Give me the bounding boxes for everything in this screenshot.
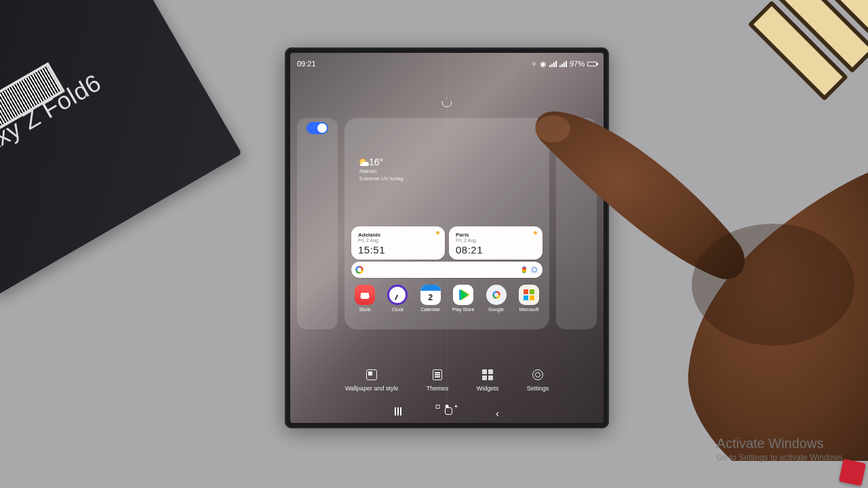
store-icon bbox=[355, 285, 375, 305]
svg-point-1 bbox=[692, 224, 854, 346]
clock2-city: Paris bbox=[456, 232, 536, 238]
home-editor-row: Wallpaper and style Themes Widgets Setti… bbox=[290, 369, 604, 392]
device-screen[interactable]: 09:21 ✧ ◉ 97% 16° Na bbox=[290, 53, 604, 423]
watermark-title: Activate Windows bbox=[717, 436, 845, 451]
home-page-thumb-main[interactable]: 16° Nairobi Extreme UV today Adelaide Fr… bbox=[344, 118, 549, 329]
watermark-sub: Go to Settings to activate Windows. bbox=[717, 453, 845, 462]
themes-icon bbox=[433, 369, 442, 380]
lens-icon[interactable] bbox=[530, 266, 538, 274]
signal-icon-1 bbox=[549, 61, 557, 67]
home-indicator-icon bbox=[442, 98, 452, 107]
app-google[interactable]: Google bbox=[483, 285, 510, 312]
clock1-city: Adelaide bbox=[358, 232, 438, 238]
wooden-clamp-prop bbox=[732, 0, 868, 136]
battery-text: 97% bbox=[570, 60, 585, 68]
channel-badge bbox=[839, 459, 866, 486]
world-clock-card-2[interactable]: Paris Fri, 2 Aug 08:21 bbox=[449, 226, 542, 260]
nav-home-button[interactable] bbox=[445, 407, 452, 415]
app-store[interactable]: Store bbox=[351, 285, 378, 312]
settings-button[interactable]: Settings bbox=[527, 369, 549, 392]
google-folder-icon bbox=[486, 285, 507, 305]
weather-temp: 16° bbox=[369, 156, 383, 168]
weather-widget[interactable]: 16° Nairobi Extreme UV today bbox=[359, 156, 403, 182]
play-store-icon bbox=[453, 285, 473, 305]
calendar-icon: 2 bbox=[420, 285, 441, 305]
widgets-icon bbox=[482, 369, 493, 380]
clock-icon bbox=[387, 285, 408, 305]
google-logo-icon bbox=[355, 266, 363, 274]
microsoft-folder-icon bbox=[519, 285, 539, 305]
wallpaper-icon bbox=[366, 369, 377, 380]
day-indicator-icon bbox=[534, 231, 537, 235]
weather-city: Nairobi bbox=[359, 168, 403, 175]
battery-icon bbox=[587, 62, 597, 66]
product-box-prop: Galaxy Z Fold6 bbox=[0, 0, 242, 296]
app-calendar[interactable]: 2 Calendar bbox=[417, 285, 444, 312]
vibrate-icon: ✧ bbox=[531, 60, 537, 68]
signal-icon-2 bbox=[559, 61, 567, 67]
clock2-time: 08:21 bbox=[456, 244, 536, 256]
app-microsoft[interactable]: Microsoft bbox=[515, 285, 542, 312]
status-bar: 09:21 ✧ ◉ 97% bbox=[297, 57, 597, 70]
wifi-icon: ◉ bbox=[540, 60, 547, 68]
clock2-date: Fri, 2 Aug bbox=[456, 238, 536, 243]
app-row: Store Clock 2 Calendar Play Store bbox=[351, 285, 542, 312]
wallpaper-and-style-button[interactable]: Wallpaper and style bbox=[345, 369, 399, 392]
home-page-thumb-left[interactable] bbox=[297, 118, 338, 329]
status-time: 09:21 bbox=[297, 60, 316, 68]
day-indicator-icon bbox=[436, 231, 439, 235]
nav-recents-button[interactable] bbox=[395, 407, 401, 419]
app-play-store[interactable]: Play Store bbox=[450, 285, 477, 312]
world-clock-card-1[interactable]: Adelaide Fri, 2 Aug 15:51 bbox=[351, 226, 445, 260]
google-search-bar[interactable] bbox=[351, 262, 542, 278]
widgets-button[interactable]: Widgets bbox=[477, 369, 499, 392]
settings-icon bbox=[532, 369, 543, 380]
app-clock[interactable]: Clock bbox=[384, 285, 411, 312]
nav-back-button[interactable]: ‹ bbox=[496, 407, 499, 419]
cover-mirroring-toggle[interactable] bbox=[307, 122, 328, 134]
windows-activation-watermark: Activate Windows Go to Settings to activ… bbox=[717, 436, 845, 462]
device-frame: 09:21 ✧ ◉ 97% 16° Na bbox=[285, 47, 609, 428]
weather-caption: Extreme UV today bbox=[359, 176, 403, 182]
themes-button[interactable]: Themes bbox=[427, 369, 449, 392]
clock1-date: Fri, 2 Aug bbox=[358, 238, 438, 243]
clock1-time: 15:51 bbox=[358, 244, 438, 256]
mic-icon[interactable] bbox=[522, 266, 526, 273]
navigation-bar: ‹ bbox=[290, 407, 604, 419]
home-page-thumb-right[interactable] bbox=[556, 118, 597, 329]
weather-sun-cloud-icon bbox=[359, 159, 366, 165]
